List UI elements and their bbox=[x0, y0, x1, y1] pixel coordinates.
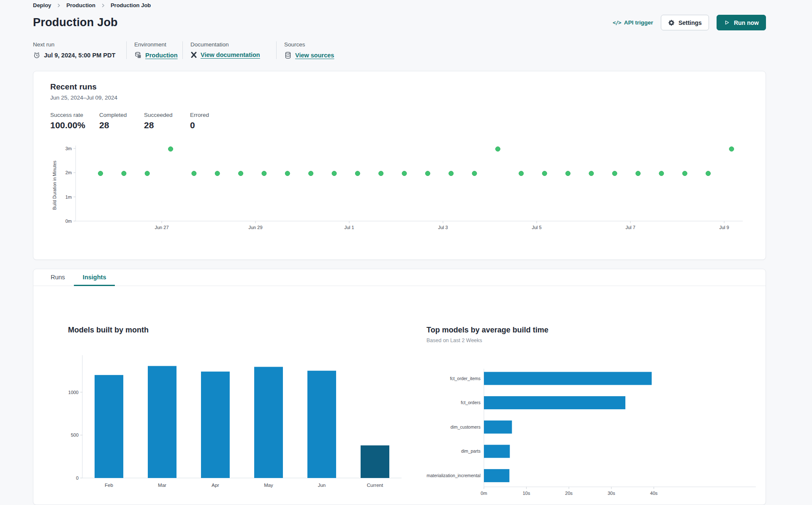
svg-text:500: 500 bbox=[71, 432, 79, 437]
recent-runs-title: Recent runs bbox=[50, 82, 749, 92]
stat-success-rate: Success rate 100.00% bbox=[50, 112, 99, 130]
chevron-right-icon bbox=[100, 3, 106, 8]
svg-text:1000: 1000 bbox=[68, 390, 79, 395]
stat-errored: Errored 0 bbox=[190, 112, 209, 130]
chevron-right-icon bbox=[56, 3, 61, 8]
svg-text:Jun: Jun bbox=[318, 483, 326, 488]
api-trigger-link[interactable]: </> API trigger bbox=[613, 19, 653, 26]
runs-insights-card: Runs Insights Models built by month 0500… bbox=[33, 269, 766, 505]
build-duration-chart: 0m1m2m3mJun 27Jun 29Jul 1Jul 3Jul 5Jul 7… bbox=[50, 143, 749, 234]
top-models-subtitle: Based on Last 2 Weeks bbox=[426, 338, 482, 343]
svg-text:Mar: Mar bbox=[158, 483, 166, 488]
svg-text:0: 0 bbox=[76, 475, 79, 481]
svg-text:3m: 3m bbox=[65, 146, 72, 151]
page-title: Production Job bbox=[33, 16, 118, 29]
svg-text:30s: 30s bbox=[608, 491, 615, 496]
top-models-title: Top models by average build time bbox=[426, 326, 549, 335]
svg-text:Current: Current bbox=[367, 483, 383, 488]
documentation-label: Documentation bbox=[190, 41, 266, 48]
stat-completed: Completed 28 bbox=[99, 112, 144, 130]
header-actions: </> API trigger Settings Run now bbox=[613, 15, 766, 30]
recent-runs-card: Recent runs Jun 25, 2024–Jul 09, 2024 Su… bbox=[33, 71, 766, 260]
svg-text:Build Duration in Minutes: Build Duration in Minutes bbox=[52, 161, 57, 210]
settings-label: Settings bbox=[679, 19, 702, 26]
breadcrumb: Deploy Production Production Job bbox=[33, 0, 766, 8]
meta-next-run: Next run Jul 9, 2024, 5:00 PM PDT bbox=[33, 41, 126, 59]
svg-text:Jun 29: Jun 29 bbox=[248, 225, 262, 230]
breadcrumb-deploy[interactable]: Deploy bbox=[33, 2, 51, 8]
breadcrumb-production-job: Production Job bbox=[111, 2, 151, 8]
svg-text:Jul 7: Jul 7 bbox=[625, 225, 635, 230]
svg-text:May: May bbox=[264, 483, 273, 488]
environment-label: Environment bbox=[134, 41, 172, 48]
svg-text:0m: 0m bbox=[481, 491, 487, 496]
code-brackets-icon: </> bbox=[613, 19, 621, 26]
next-run-label: Next run bbox=[33, 41, 116, 48]
meta-documentation: Documentation View documentation bbox=[182, 41, 276, 59]
dbt-logo-icon bbox=[190, 51, 197, 58]
models-by-month-bar-svg: 05001000FebMarAprMayJunCurrent bbox=[68, 353, 406, 493]
sources-label: Sources bbox=[284, 41, 334, 48]
svg-text:Feb: Feb bbox=[105, 483, 113, 488]
svg-text:Jul 3: Jul 3 bbox=[438, 225, 448, 230]
svg-text:1m: 1m bbox=[65, 194, 72, 200]
svg-text:Jul 1: Jul 1 bbox=[344, 225, 354, 230]
settings-button[interactable]: Settings bbox=[661, 15, 709, 30]
svg-text:Apr: Apr bbox=[212, 483, 219, 488]
environment-link[interactable]: Production bbox=[145, 52, 178, 59]
alarm-clock-icon bbox=[33, 51, 41, 59]
svg-text:materialization_incremental: materialization_incremental bbox=[426, 473, 481, 478]
svg-text:Jul 5: Jul 5 bbox=[532, 225, 541, 230]
svg-text:fct_order_items: fct_order_items bbox=[450, 376, 481, 381]
models-by-month-title: Models built by month bbox=[68, 326, 149, 335]
run-stats-row: Success rate 100.00% Completed 28 Succee… bbox=[50, 112, 749, 130]
api-trigger-label: API trigger bbox=[624, 19, 653, 26]
svg-text:Jul 9: Jul 9 bbox=[719, 225, 729, 230]
database-icon bbox=[284, 51, 292, 59]
breadcrumb-production[interactable]: Production bbox=[66, 2, 95, 8]
next-run-value: Jul 9, 2024, 5:00 PM PDT bbox=[44, 52, 115, 59]
content: Deploy Production Production Job Product… bbox=[33, 0, 766, 505]
recent-runs-date-range: Jun 25, 2024–Jul 09, 2024 bbox=[50, 95, 749, 101]
play-icon bbox=[724, 19, 730, 26]
run-now-label: Run now bbox=[734, 19, 759, 26]
svg-text:40s: 40s bbox=[650, 491, 658, 496]
title-row: Production Job </> API trigger Settings bbox=[33, 15, 766, 30]
production-job-page: Deploy Production Production Job Product… bbox=[0, 0, 812, 505]
meta-sources: Sources View sources bbox=[276, 41, 344, 59]
job-meta-row: Next run Jul 9, 2024, 5:00 PM PDT Enviro… bbox=[33, 41, 766, 59]
tab-insights[interactable]: Insights bbox=[74, 269, 115, 286]
svg-text:Jun 27: Jun 27 bbox=[155, 225, 168, 230]
environment-database-icon bbox=[134, 51, 142, 59]
svg-text:dim_parts: dim_parts bbox=[461, 448, 481, 454]
top-models-hbar-svg: 0m10s20s30s40sfct_order_itemsfct_ordersd… bbox=[426, 365, 760, 501]
stat-succeeded: Succeeded 28 bbox=[144, 112, 190, 130]
build-duration-scatter-svg: 0m1m2m3mJun 27Jun 29Jul 1Jul 3Jul 5Jul 7… bbox=[50, 143, 751, 232]
svg-text:dim_customers: dim_customers bbox=[451, 424, 481, 429]
tab-runs[interactable]: Runs bbox=[42, 269, 74, 286]
svg-text:20s: 20s bbox=[565, 491, 573, 496]
svg-text:10s: 10s bbox=[523, 491, 530, 496]
insights-panel: Models built by month 05001000FebMarAprM… bbox=[33, 286, 766, 505]
view-documentation-link[interactable]: View documentation bbox=[201, 51, 260, 58]
run-now-button[interactable]: Run now bbox=[717, 15, 766, 30]
svg-text:0m: 0m bbox=[65, 219, 72, 224]
gear-icon bbox=[668, 19, 675, 26]
view-sources-link[interactable]: View sources bbox=[295, 52, 334, 59]
meta-environment: Environment Production bbox=[126, 41, 182, 59]
svg-text:fct_orders: fct_orders bbox=[461, 400, 481, 405]
svg-text:2m: 2m bbox=[65, 170, 72, 175]
tab-bar: Runs Insights bbox=[33, 269, 766, 286]
